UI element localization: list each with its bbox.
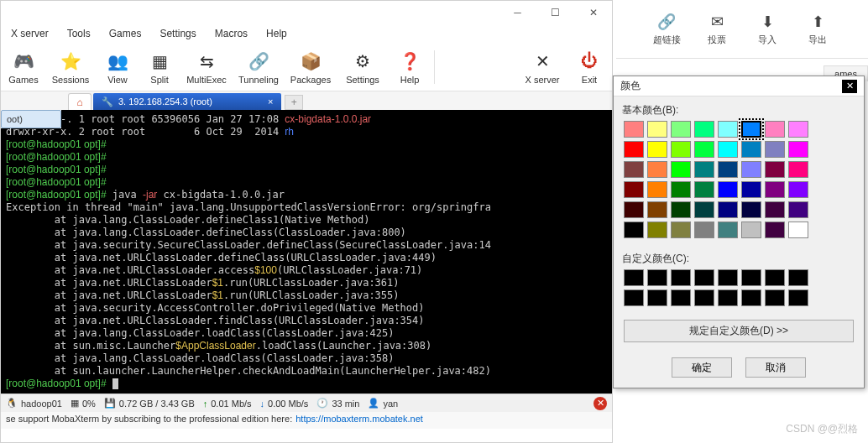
cancel-button[interactable]: 取消 (745, 357, 806, 378)
color-swatch[interactable] (647, 121, 667, 138)
new-tab-button[interactable]: + (285, 95, 303, 110)
right-tool-导入[interactable]: ⬇导入 (742, 13, 792, 46)
custom-swatch[interactable] (788, 269, 808, 286)
color-swatch[interactable] (788, 201, 808, 218)
color-swatch[interactable] (718, 141, 738, 158)
toolbar-view[interactable]: 👥View (97, 50, 139, 85)
ok-button[interactable]: 确定 (672, 357, 732, 378)
custom-swatch[interactable] (765, 269, 785, 286)
right-tool-超链接[interactable]: 🔗超链接 (641, 13, 692, 46)
color-swatch[interactable] (741, 201, 761, 218)
custom-swatch[interactable] (647, 269, 667, 286)
color-swatch[interactable] (647, 161, 667, 178)
close-button[interactable]: ✕ (574, 1, 612, 24)
color-swatch[interactable] (694, 161, 714, 178)
maximize-button[interactable]: ☐ (536, 1, 574, 24)
define-custom-button[interactable]: 规定自定义颜色(D) >> (624, 320, 854, 342)
status-close[interactable]: ✕ (593, 397, 607, 410)
color-swatch[interactable] (718, 201, 738, 218)
footer-link[interactable]: https://mobaxterm.mobatek.net (295, 414, 423, 427)
color-swatch[interactable] (694, 181, 714, 198)
color-swatch[interactable] (765, 161, 785, 178)
color-swatch[interactable] (694, 222, 714, 238)
custom-swatch[interactable] (694, 269, 714, 286)
toolbar-x-server[interactable]: ✕X server (516, 50, 568, 85)
color-swatch[interactable] (647, 181, 667, 198)
dialog-close-button[interactable]: ✕ (842, 80, 857, 93)
color-swatch[interactable] (647, 201, 667, 218)
toolbar-sessions[interactable]: ⭐Sessions (44, 50, 97, 85)
color-swatch[interactable] (741, 121, 761, 138)
tab-close-icon[interactable]: × (268, 96, 273, 107)
menu-tools[interactable]: Tools (59, 26, 99, 41)
color-swatch[interactable] (765, 222, 785, 238)
color-swatch[interactable] (624, 181, 644, 198)
color-swatch[interactable] (694, 141, 714, 158)
menu-x-server[interactable]: X server (3, 26, 57, 41)
custom-swatch[interactable] (788, 289, 808, 306)
toolbar-games[interactable]: 🎮Games (3, 50, 44, 85)
toolbar-split[interactable]: ▦Split (139, 50, 180, 85)
right-tool-导出[interactable]: ⬆导出 (792, 13, 843, 46)
color-swatch[interactable] (718, 222, 738, 238)
right-tool-投票[interactable]: ✉投票 (692, 13, 742, 46)
custom-swatch[interactable] (624, 289, 644, 306)
color-swatch[interactable] (624, 121, 644, 138)
toolbar-packages[interactable]: 📦Packages (285, 50, 337, 85)
terminal[interactable]: -rw-r--r--. 1 root root 65396056 Jan 27 … (1, 110, 612, 393)
toolbar-exit[interactable]: ⏻Exit (568, 50, 610, 85)
color-swatch[interactable] (765, 181, 785, 198)
custom-swatch[interactable] (624, 269, 644, 286)
color-swatch[interactable] (718, 161, 738, 178)
color-swatch[interactable] (741, 141, 761, 158)
color-swatch[interactable] (741, 181, 761, 198)
color-swatch[interactable] (765, 201, 785, 218)
custom-swatch[interactable] (765, 289, 785, 306)
color-swatch[interactable] (788, 161, 808, 178)
color-swatch[interactable] (671, 181, 691, 198)
color-swatch[interactable] (718, 121, 738, 138)
custom-swatch[interactable] (718, 289, 738, 306)
menu-settings[interactable]: Settings (151, 26, 204, 41)
color-swatch[interactable] (647, 222, 667, 238)
color-swatch[interactable] (671, 141, 691, 158)
color-swatch[interactable] (671, 161, 691, 178)
color-swatch[interactable] (718, 181, 738, 198)
color-swatch[interactable] (694, 201, 714, 218)
color-swatch[interactable] (741, 161, 761, 178)
session-tab[interactable]: 🔧 3. 192.168.254.3 (root) × (93, 93, 281, 110)
color-swatch[interactable] (624, 141, 644, 158)
custom-swatch[interactable] (718, 269, 738, 286)
tree-node[interactable]: oot) (1, 110, 61, 128)
color-swatch[interactable] (788, 141, 808, 158)
minimize-button[interactable]: ─ (499, 1, 536, 24)
color-swatch[interactable] (788, 121, 808, 138)
menu-games[interactable]: Games (101, 26, 150, 41)
toolbar-tunneling[interactable]: 🔗Tunneling (233, 50, 285, 85)
color-swatch[interactable] (647, 141, 667, 158)
color-swatch[interactable] (624, 161, 644, 178)
home-tab[interactable]: ⌂ (68, 93, 92, 110)
color-swatch[interactable] (671, 201, 691, 218)
menu-macros[interactable]: Macros (207, 26, 256, 41)
color-swatch[interactable] (694, 121, 714, 138)
color-swatch[interactable] (765, 141, 785, 158)
color-swatch[interactable] (765, 121, 785, 138)
custom-swatch[interactable] (741, 269, 761, 286)
custom-swatch[interactable] (671, 289, 691, 306)
custom-swatch[interactable] (647, 289, 667, 306)
custom-swatch[interactable] (671, 269, 691, 286)
color-swatch[interactable] (671, 222, 691, 238)
custom-swatch[interactable] (741, 289, 761, 306)
menu-help[interactable]: Help (258, 26, 295, 41)
color-swatch[interactable] (741, 222, 761, 238)
toolbar-settings[interactable]: ⚙Settings (337, 50, 389, 85)
color-swatch[interactable] (788, 222, 808, 238)
color-swatch[interactable] (788, 181, 808, 198)
custom-swatch[interactable] (694, 289, 714, 306)
color-swatch[interactable] (671, 121, 691, 138)
toolbar-multiexec[interactable]: ⇆MultiExec (180, 50, 233, 85)
color-swatch[interactable] (624, 201, 644, 218)
toolbar-help[interactable]: ❓Help (389, 50, 431, 85)
color-swatch[interactable] (624, 222, 644, 238)
